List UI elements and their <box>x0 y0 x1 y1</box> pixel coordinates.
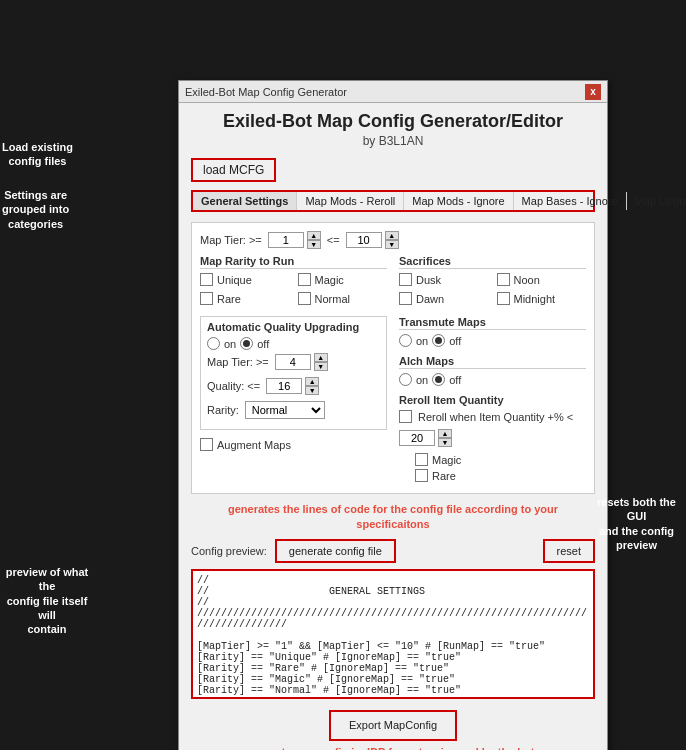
annotation-export: export your config in .IDP format as is … <box>191 745 595 750</box>
reroll-down[interactable]: ▼ <box>438 438 452 447</box>
alch-radio-row: on off <box>399 373 586 386</box>
tab-general-settings[interactable]: General Settings <box>193 192 297 210</box>
aq-rarity-select[interactable]: Normal Magic Rare <box>245 401 325 419</box>
aq-quality-down[interactable]: ▼ <box>305 386 319 395</box>
settings-panel: Map Tier: >= ▲ ▼ <= ▲ ▼ <box>191 222 595 494</box>
transmute-section: Transmute Maps on off <box>399 316 586 347</box>
export-container: Export MapConfig <box>191 710 595 741</box>
reroll-value-input[interactable] <box>399 430 435 446</box>
aq-quality-label: Quality: <= <box>207 380 260 392</box>
cb-dawn-label: Dawn <box>416 293 444 305</box>
transmute-on-radio[interactable] <box>399 334 412 347</box>
cb-magic-row: Magic <box>298 273 388 286</box>
aq-radio-row: on off <box>207 337 380 350</box>
cb-unique-label: Unique <box>217 274 252 286</box>
alch-label: Alch Maps <box>399 355 586 369</box>
map-tier-max-down[interactable]: ▼ <box>385 240 399 249</box>
annotation-generates: generates the lines of code for the conf… <box>191 502 595 533</box>
map-tier-min-input[interactable] <box>268 232 304 248</box>
aq-quality-arrows: ▲ ▼ <box>305 377 319 395</box>
cb-reroll[interactable] <box>399 410 412 423</box>
annotation-preview: preview of what the config file itself w… <box>2 565 92 636</box>
alch-section: Alch Maps on off <box>399 355 586 386</box>
reroll-title: Reroll Item Quantity <box>399 394 586 406</box>
cb-rare-label: Rare <box>217 293 241 305</box>
aq-tier-down[interactable]: ▼ <box>314 362 328 371</box>
two-col-layout: Map Rarity to Run Unique Magic <box>200 255 586 485</box>
window-body: Exiled-Bot Map Config Generator/Editor b… <box>179 103 607 750</box>
app-title: Exiled-Bot Map Config Generator/Editor <box>191 111 595 132</box>
config-preview-textarea[interactable] <box>191 569 595 699</box>
reset-button[interactable]: reset <box>543 539 595 563</box>
col-right: Sacrifices Dusk Noon <box>399 255 586 485</box>
cb-unique[interactable] <box>200 273 213 286</box>
aq-tier-input[interactable] <box>275 354 311 370</box>
tab-map-mods-ignore[interactable]: Map Mods - Ignore <box>404 192 513 210</box>
cb-rare[interactable] <box>200 292 213 305</box>
title-bar: Exiled-Bot Map Config Generator x <box>179 81 607 103</box>
cb-midnight[interactable] <box>497 292 510 305</box>
aq-quality-input[interactable] <box>266 378 302 394</box>
load-mcfg-button[interactable]: load MCFG <box>191 158 276 182</box>
aq-quality-row: Quality: <= ▲ ▼ <box>207 377 380 395</box>
aq-off-radio[interactable] <box>240 337 253 350</box>
generate-config-button[interactable]: generate config file <box>275 539 396 563</box>
cb-reroll-rare[interactable] <box>415 469 428 482</box>
cb-noon[interactable] <box>497 273 510 286</box>
main-window: Exiled-Bot Map Config Generator x Exiled… <box>178 80 608 750</box>
aq-rarity-row: Rarity: Normal Magic Rare <box>207 401 380 419</box>
transmute-label: Transmute Maps <box>399 316 586 330</box>
aq-rarity-label: Rarity: <box>207 404 239 416</box>
map-tier-min-spinner: ▲ ▼ <box>268 231 321 249</box>
cb-dusk[interactable] <box>399 273 412 286</box>
map-tier-max-label: <= <box>327 234 340 246</box>
sacrifices-label: Sacrifices <box>399 255 586 269</box>
reroll-spinner: ▲ ▼ <box>399 429 452 447</box>
cb-normal[interactable] <box>298 292 311 305</box>
config-preview-label: Config preview: <box>191 545 267 557</box>
export-button[interactable]: Export MapConfig <box>329 710 457 741</box>
map-tier-label: Map Tier: >= <box>200 234 262 246</box>
close-button[interactable]: x <box>585 84 601 100</box>
aq-title: Automatic Quality Upgrading <box>207 321 380 333</box>
cb-dawn[interactable] <box>399 292 412 305</box>
annotation-settings: Settings are grouped into categories <box>2 188 69 231</box>
map-tier-min-arrows: ▲ ▼ <box>307 231 321 249</box>
map-tier-max-up[interactable]: ▲ <box>385 231 399 240</box>
aq-tier-row: Map Tier: >= ▲ ▼ <box>207 353 380 371</box>
load-btn-container: load MCFG <box>191 158 595 182</box>
map-tier-max-input[interactable] <box>346 232 382 248</box>
cb-unique-row: Unique <box>200 273 290 286</box>
cb-augment[interactable] <box>200 438 213 451</box>
transmute-off-radio[interactable] <box>432 334 445 347</box>
cb-reroll-magic[interactable] <box>415 453 428 466</box>
tab-map-mods-reroll[interactable]: Map Mods - Reroll <box>297 192 404 210</box>
reroll-magic-row: Magic <box>415 453 586 466</box>
cb-midnight-label: Midnight <box>514 293 556 305</box>
cb-rare-row: Rare <box>200 292 290 305</box>
cb-noon-label: Noon <box>514 274 540 286</box>
tab-map-upgrade-tier[interactable]: Map Upgrade Tier <box>627 192 686 210</box>
cb-magic-label: Magic <box>315 274 344 286</box>
augment-row: Augment Maps <box>200 438 387 451</box>
aq-tier-spinner: ▲ ▼ <box>275 353 328 371</box>
alch-off-radio[interactable] <box>432 373 445 386</box>
reroll-up[interactable]: ▲ <box>438 429 452 438</box>
cb-dusk-label: Dusk <box>416 274 441 286</box>
aq-tier-arrows: ▲ ▼ <box>314 353 328 371</box>
cb-reroll-label: Reroll when Item Quantity +% < <box>418 411 573 423</box>
aq-tier-up[interactable]: ▲ <box>314 353 328 362</box>
cb-magic[interactable] <box>298 273 311 286</box>
reroll-row: Reroll when Item Quantity +% < ▲ ▼ <box>399 410 586 447</box>
alch-on-radio[interactable] <box>399 373 412 386</box>
cb-normal-label: Normal <box>315 293 350 305</box>
aq-on-radio[interactable] <box>207 337 220 350</box>
tab-map-bases-ignore[interactable]: Map Bases - Ignore <box>514 192 627 210</box>
aq-quality-up[interactable]: ▲ <box>305 377 319 386</box>
map-tier-min-up[interactable]: ▲ <box>307 231 321 240</box>
cb-reroll-magic-label: Magic <box>432 454 461 466</box>
map-tier-min-down[interactable]: ▼ <box>307 240 321 249</box>
cb-reroll-rare-label: Rare <box>432 470 456 482</box>
title-bar-text: Exiled-Bot Map Config Generator <box>185 86 347 98</box>
reroll-section: Reroll Item Quantity Reroll when Item Qu… <box>399 394 586 482</box>
